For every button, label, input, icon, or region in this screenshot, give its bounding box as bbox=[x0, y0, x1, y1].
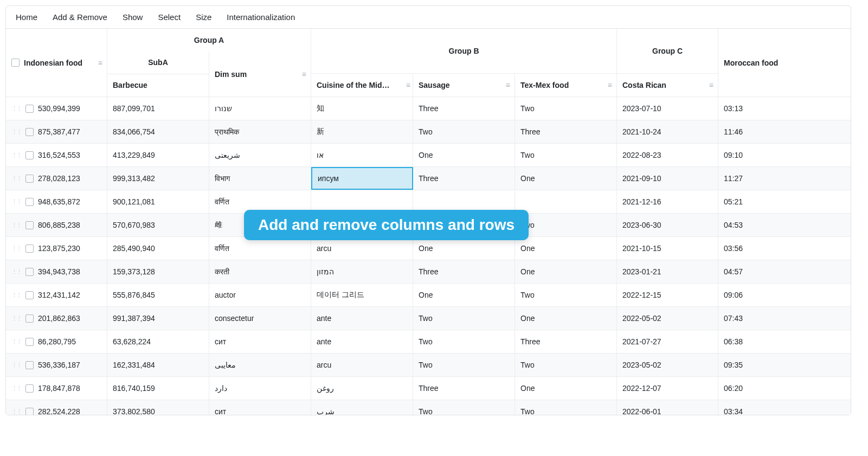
table-row[interactable]: ⋮⋮875,387,477834,066,754प्राथमिक新TwoThre… bbox=[6, 120, 851, 144]
cell[interactable]: 2021-12-16 bbox=[617, 190, 718, 213]
cell[interactable]: 2021-07-27 bbox=[617, 330, 718, 353]
cell[interactable]: 知 bbox=[311, 97, 413, 120]
col-header-barbecue[interactable]: Barbecue bbox=[107, 74, 209, 97]
cell[interactable]: сит bbox=[209, 400, 311, 415]
cell[interactable]: One bbox=[515, 237, 617, 260]
cell[interactable]: ⋮⋮123,875,230 bbox=[6, 237, 107, 260]
table-row[interactable]: ⋮⋮316,524,553413,229,849شریعتیאוOneTwo20… bbox=[6, 144, 851, 167]
cell[interactable]: 834,066,754 bbox=[107, 120, 209, 143]
cell[interactable]: 新 bbox=[311, 120, 413, 143]
cell[interactable]: One bbox=[413, 284, 515, 306]
table-row[interactable]: ⋮⋮178,847,878816,740,159داردروغنThreeOne… bbox=[6, 377, 851, 400]
cell[interactable]: המזון bbox=[311, 260, 413, 283]
cell[interactable]: arcu bbox=[311, 237, 413, 260]
cell[interactable]: 2023-01-21 bbox=[617, 260, 718, 283]
col-header-costa[interactable]: Costa Rican ≡ bbox=[617, 74, 718, 97]
cell[interactable]: ⋮⋮948,635,872 bbox=[6, 190, 107, 213]
table-row[interactable]: ⋮⋮312,431,142555,876,845auctor데이터 그리드One… bbox=[6, 284, 851, 307]
cell[interactable]: Two bbox=[515, 400, 617, 415]
cell[interactable]: או bbox=[311, 144, 413, 166]
col-header-dimsum[interactable]: Dim sum ≡ bbox=[209, 52, 311, 97]
drag-handle-icon[interactable]: ⋮⋮ bbox=[11, 338, 21, 345]
cell[interactable]: 900,121,081 bbox=[107, 190, 209, 213]
cell[interactable]: ⋮⋮178,847,878 bbox=[6, 377, 107, 400]
cell[interactable]: One bbox=[515, 260, 617, 283]
column-menu-icon[interactable]: ≡ bbox=[608, 81, 612, 89]
cell[interactable]: Two bbox=[515, 144, 617, 166]
cell[interactable]: 데이터 그리드 bbox=[311, 284, 413, 306]
cell[interactable]: сит bbox=[209, 330, 311, 353]
select-all-checkbox[interactable] bbox=[11, 59, 20, 67]
drag-handle-icon[interactable]: ⋮⋮ bbox=[11, 362, 21, 369]
cell[interactable]: One bbox=[413, 237, 515, 260]
row-checkbox[interactable] bbox=[25, 268, 34, 276]
cell[interactable]: 06:20 bbox=[718, 377, 842, 400]
cell[interactable]: Three bbox=[413, 167, 515, 190]
cell[interactable]: One bbox=[515, 167, 617, 190]
cell[interactable]: 03:56 bbox=[718, 237, 842, 260]
cell[interactable]: Two bbox=[515, 214, 617, 236]
cell[interactable]: 555,876,845 bbox=[107, 284, 209, 306]
cell[interactable]: One bbox=[515, 307, 617, 330]
cell[interactable]: ипсум bbox=[311, 167, 413, 190]
cell[interactable]: वर्णित bbox=[209, 237, 311, 260]
cell[interactable]: 2023-07-10 bbox=[617, 97, 718, 120]
row-checkbox[interactable] bbox=[25, 128, 34, 136]
cell[interactable]: Three bbox=[413, 377, 515, 400]
cell[interactable]: Two bbox=[413, 354, 515, 376]
cell[interactable]: دارد bbox=[209, 377, 311, 400]
cell[interactable]: Three bbox=[413, 260, 515, 283]
column-menu-icon[interactable]: ≡ bbox=[406, 81, 410, 89]
group-b-header[interactable]: Group B bbox=[311, 29, 617, 74]
cell[interactable]: Two bbox=[413, 120, 515, 143]
table-row[interactable]: ⋮⋮201,862,863991,387,394consecteturanteT… bbox=[6, 307, 851, 330]
cell[interactable]: 887,099,701 bbox=[107, 97, 209, 120]
cell[interactable]: 11:46 bbox=[718, 120, 842, 143]
drag-handle-icon[interactable]: ⋮⋮ bbox=[11, 129, 21, 136]
drag-handle-icon[interactable]: ⋮⋮ bbox=[11, 268, 21, 275]
drag-handle-icon[interactable]: ⋮⋮ bbox=[11, 315, 21, 322]
cell[interactable]: auctor bbox=[209, 284, 311, 306]
cell[interactable]: ⋮⋮282,524,228 bbox=[6, 400, 107, 415]
cell[interactable]: ⋮⋮86,280,795 bbox=[6, 330, 107, 353]
nav-home[interactable]: Home bbox=[16, 12, 37, 22]
cell[interactable]: 2022-06-01 bbox=[617, 400, 718, 415]
drag-handle-icon[interactable]: ⋮⋮ bbox=[11, 198, 21, 205]
col-header-sausage[interactable]: Sausage ≡ bbox=[413, 74, 515, 97]
cell[interactable]: 63,628,224 bbox=[107, 330, 209, 353]
row-checkbox[interactable] bbox=[25, 291, 34, 299]
cell[interactable]: 2022-12-15 bbox=[617, 284, 718, 306]
cell[interactable]: ⋮⋮394,943,738 bbox=[6, 260, 107, 283]
table-row[interactable]: ⋮⋮536,336,187162,331,484معایبیarcuTwoTwo… bbox=[6, 354, 851, 377]
cell[interactable]: One bbox=[413, 144, 515, 166]
cell[interactable]: ante bbox=[311, 307, 413, 330]
cell[interactable]: करती bbox=[209, 260, 311, 283]
cell[interactable]: ante bbox=[311, 330, 413, 353]
nav-select[interactable]: Select bbox=[158, 12, 181, 22]
cell[interactable]: 06:38 bbox=[718, 330, 842, 353]
group-c-header[interactable]: Group C bbox=[617, 29, 718, 74]
cell[interactable]: ⋮⋮530,994,399 bbox=[6, 97, 107, 120]
cell[interactable]: ⋮⋮201,862,863 bbox=[6, 307, 107, 330]
cell[interactable]: 09:35 bbox=[718, 354, 842, 376]
cell[interactable]: روغن bbox=[311, 377, 413, 400]
cell[interactable]: ⋮⋮536,336,187 bbox=[6, 354, 107, 376]
cell[interactable]: 2021-10-15 bbox=[617, 237, 718, 260]
cell[interactable]: 373,802,580 bbox=[107, 400, 209, 415]
cell[interactable]: 413,229,849 bbox=[107, 144, 209, 166]
column-menu-icon[interactable]: ≡ bbox=[506, 81, 510, 89]
row-checkbox[interactable] bbox=[25, 105, 34, 113]
table-row[interactable]: ⋮⋮86,280,79563,628,224ситanteTwoThree202… bbox=[6, 330, 851, 354]
cell[interactable]: 2023-05-02 bbox=[617, 354, 718, 376]
drag-handle-icon[interactable]: ⋮⋮ bbox=[11, 152, 21, 159]
column-menu-icon[interactable]: ≡ bbox=[709, 81, 713, 89]
cell[interactable]: 07:43 bbox=[718, 307, 842, 330]
cell[interactable]: Two bbox=[413, 307, 515, 330]
col-header-indonesian[interactable]: Indonesian food ≡ bbox=[6, 29, 107, 97]
cell[interactable]: 570,670,983 bbox=[107, 214, 209, 236]
cell[interactable]: 05:21 bbox=[718, 190, 842, 213]
drag-handle-icon[interactable]: ⋮⋮ bbox=[11, 245, 21, 252]
cell[interactable]: Three bbox=[515, 120, 617, 143]
drag-handle-icon[interactable]: ⋮⋮ bbox=[11, 175, 21, 182]
cell[interactable]: 09:10 bbox=[718, 144, 842, 166]
